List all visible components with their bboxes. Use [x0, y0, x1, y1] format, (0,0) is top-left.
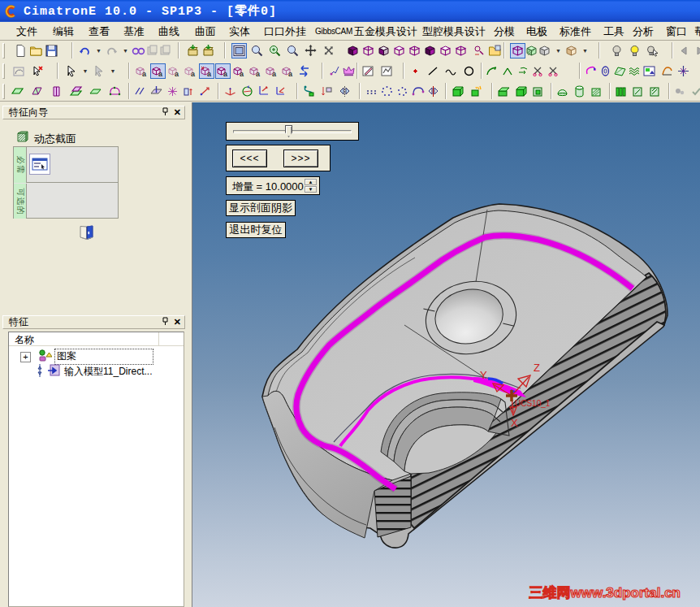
svg-text:UCS10_1: UCS10_1	[515, 399, 551, 408]
svg-text:a: a	[223, 70, 228, 78]
svg-text:X: X	[511, 417, 518, 429]
svg-text:a: a	[158, 70, 163, 78]
svg-text:Y: Y	[480, 369, 487, 381]
svg-text:a: a	[288, 70, 293, 78]
svg-text:a: a	[207, 70, 212, 78]
svg-text:a: a	[175, 70, 179, 78]
svg-text:a: a	[191, 70, 196, 78]
svg-text:a: a	[272, 70, 277, 78]
svg-text:a: a	[240, 70, 244, 78]
svg-text:Z: Z	[534, 362, 540, 374]
svg-text:a: a	[142, 70, 147, 78]
svg-text:a: a	[256, 70, 261, 78]
